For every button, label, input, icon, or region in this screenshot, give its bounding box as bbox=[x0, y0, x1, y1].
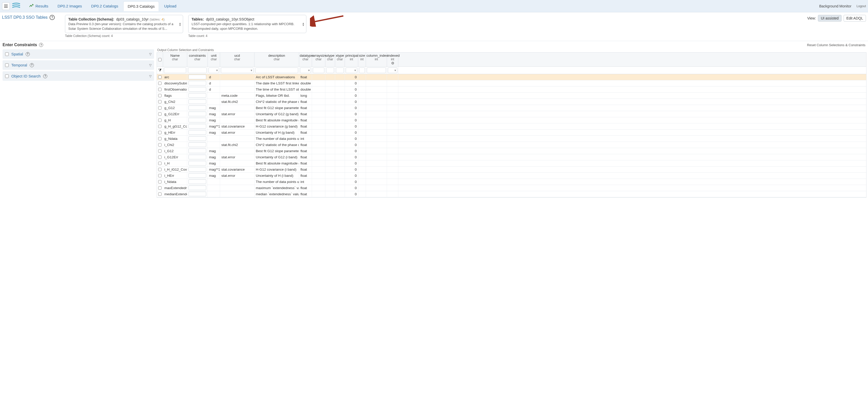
column-header[interactable]: Namechar bbox=[163, 53, 187, 66]
view-ui-assisted-button[interactable]: UI assisted bbox=[818, 15, 841, 22]
column-header[interactable]: constraintschar bbox=[187, 53, 208, 66]
row-checkbox[interactable] bbox=[158, 118, 161, 122]
constraint-input[interactable] bbox=[188, 136, 206, 141]
schema-picker[interactable]: Table Collection (Schema): dp03_catalogs… bbox=[65, 15, 183, 33]
table-row[interactable]: g_G12magBest fit G12 slope parameter (g … bbox=[157, 105, 866, 111]
row-checkbox[interactable] bbox=[158, 174, 161, 177]
table-row[interactable]: g_HErrmagstat.errorUncertainty of H (g b… bbox=[157, 130, 866, 136]
row-checkbox[interactable] bbox=[158, 186, 161, 190]
table-row[interactable]: firstObservationDatedThe time of the fir… bbox=[157, 87, 866, 93]
row-checkbox[interactable] bbox=[158, 143, 161, 146]
background-monitor-link[interactable]: Background Monitor bbox=[819, 4, 851, 8]
filter-icon[interactable]: ⧩ bbox=[158, 68, 161, 73]
table-row[interactable]: discoverySubmissionDatedThe date the LSS… bbox=[157, 80, 866, 87]
constraint-input[interactable] bbox=[188, 192, 206, 196]
gear-icon[interactable]: ⚙ bbox=[391, 61, 395, 65]
table-row[interactable]: g_NdataThe number of data points used to… bbox=[157, 136, 866, 142]
row-checkbox[interactable] bbox=[158, 125, 161, 128]
table-row[interactable]: maxExtendednessmaximum `extendedness` va… bbox=[157, 185, 866, 191]
row-checkbox[interactable] bbox=[158, 94, 161, 97]
constraint-input[interactable] bbox=[188, 179, 206, 184]
row-checkbox[interactable] bbox=[158, 81, 161, 85]
row-checkbox[interactable] bbox=[158, 131, 161, 134]
filter-principal-dropdown[interactable]: ▾ bbox=[346, 67, 357, 73]
row-checkbox[interactable] bbox=[158, 137, 161, 140]
row-checkbox[interactable] bbox=[158, 100, 161, 103]
column-header[interactable]: descriptionchar bbox=[254, 53, 299, 66]
constraint-input[interactable] bbox=[188, 112, 206, 116]
table-row[interactable]: flagsmeta.codeFlags, bitwise OR tbd.long… bbox=[157, 93, 866, 99]
constraint-input[interactable] bbox=[188, 173, 206, 178]
accordion-temporal[interactable]: Temporal ? ▽ bbox=[3, 60, 154, 70]
tab-upload[interactable]: Upload bbox=[160, 1, 181, 11]
row-checkbox[interactable] bbox=[158, 88, 161, 91]
constraint-input[interactable] bbox=[188, 87, 206, 92]
column-header[interactable]: unitchar bbox=[208, 53, 220, 66]
row-checkbox[interactable] bbox=[158, 162, 161, 165]
table-row[interactable]: i_HErrmagstat.errorUncertainty of H (i b… bbox=[157, 173, 866, 179]
help-icon[interactable]: ? bbox=[30, 63, 34, 67]
filter-xtype-input[interactable] bbox=[336, 67, 344, 73]
row-checkbox[interactable] bbox=[158, 106, 161, 109]
filter-size-input[interactable] bbox=[359, 67, 365, 73]
constraint-input[interactable] bbox=[188, 148, 206, 153]
column-header[interactable]: utypechar bbox=[326, 53, 335, 66]
constraint-input[interactable] bbox=[188, 105, 206, 110]
tab-dp02-catalogs[interactable]: DP0.2 Catalogs bbox=[87, 1, 122, 11]
constraint-input[interactable] bbox=[188, 185, 206, 190]
help-icon[interactable]: ? bbox=[50, 15, 55, 20]
table-row[interactable]: g_H_gG12_Covmag**2stat.covarianceH-G12 c… bbox=[157, 124, 866, 130]
table-row[interactable]: i_G12Errmagstat.errorUncertainty of G12 … bbox=[157, 154, 866, 160]
column-header[interactable]: arraysizechar bbox=[312, 53, 326, 66]
column-header[interactable]: principalint bbox=[345, 53, 358, 66]
spatial-checkbox[interactable] bbox=[5, 52, 9, 56]
constraint-input[interactable] bbox=[188, 124, 206, 129]
row-checkbox[interactable] bbox=[158, 112, 161, 116]
table-row[interactable]: g_G12Errmagstat.errorUncertainty of G12 … bbox=[157, 111, 866, 117]
table-row[interactable]: i_NdataThe number of data points used to… bbox=[157, 179, 866, 185]
constraint-input[interactable] bbox=[188, 161, 206, 166]
table-row[interactable]: g_HmagBest fit absolute magnitude (g ban… bbox=[157, 117, 866, 124]
table-row[interactable]: i_HmagBest fit absolute magnitude (i ban… bbox=[157, 160, 866, 167]
column-header[interactable]: sizeint bbox=[358, 53, 366, 66]
tab-dp02-images[interactable]: DP0.2 Images bbox=[54, 1, 86, 11]
help-icon[interactable]: ? bbox=[43, 74, 47, 78]
menu-button[interactable] bbox=[2, 2, 10, 10]
row-checkbox[interactable] bbox=[158, 75, 161, 79]
object-id-checkbox[interactable] bbox=[5, 74, 9, 78]
constraint-input[interactable] bbox=[188, 142, 206, 147]
table-row[interactable]: i_Chi2stat.fit.chi2Chi^2 statistic of th… bbox=[157, 142, 866, 148]
row-checkbox[interactable] bbox=[158, 149, 161, 153]
filter-utype-input[interactable] bbox=[326, 67, 334, 73]
filter-ucd-dropdown[interactable]: ▾ bbox=[221, 67, 253, 73]
filter-arraysize-input[interactable] bbox=[313, 67, 324, 73]
filter-column-index-input[interactable] bbox=[367, 67, 386, 73]
table-row[interactable]: i_G12magBest fit G12 slope parameter (i … bbox=[157, 148, 866, 154]
table-row[interactable]: g_Chi2stat.fit.chi2Chi^2 statistic of th… bbox=[157, 99, 866, 105]
filter-description-input[interactable] bbox=[255, 67, 298, 73]
filter-name-input[interactable] bbox=[164, 67, 186, 73]
column-header[interactable]: xtypechar bbox=[335, 53, 345, 66]
constraint-input[interactable] bbox=[188, 118, 206, 123]
help-icon[interactable]: ? bbox=[39, 43, 43, 47]
filter-indexed-dropdown[interactable]: ▾ bbox=[388, 67, 397, 73]
column-header[interactable]: datatypechar bbox=[299, 53, 312, 66]
accordion-spatial[interactable]: Spatial ? ▽ bbox=[3, 49, 154, 59]
constraint-input[interactable] bbox=[188, 81, 206, 86]
filter-constraints-input[interactable] bbox=[188, 67, 207, 73]
help-icon[interactable]: ? bbox=[26, 52, 30, 56]
row-checkbox[interactable] bbox=[158, 156, 161, 159]
constraint-input[interactable] bbox=[188, 99, 206, 104]
logout-link[interactable]: Logout bbox=[857, 4, 866, 8]
column-header[interactable]: column_indexint bbox=[366, 53, 387, 66]
reset-link[interactable]: Reset Column Selections & Constraints bbox=[807, 43, 865, 47]
row-checkbox[interactable] bbox=[158, 193, 161, 196]
constraint-input[interactable] bbox=[188, 155, 206, 159]
constraint-input[interactable] bbox=[188, 130, 206, 135]
temporal-checkbox[interactable] bbox=[5, 63, 9, 67]
tab-dp03-catalogs[interactable]: DP0.3 Catalogs bbox=[123, 1, 159, 11]
tab-results[interactable]: Results bbox=[25, 1, 52, 11]
select-all-checkbox[interactable] bbox=[158, 58, 161, 61]
view-edit-adql-button[interactable]: Edit ADQL bbox=[844, 15, 866, 22]
row-checkbox[interactable] bbox=[158, 168, 161, 171]
